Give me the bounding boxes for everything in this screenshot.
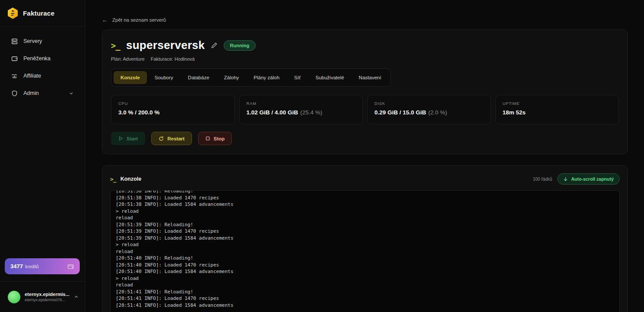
console-log-line: > reload xyxy=(116,241,614,248)
brand-logo-icon xyxy=(7,7,19,19)
plan-label: Plán: Adventure xyxy=(111,56,145,62)
stat-value: 1.02 GiB / 4.00 GiB xyxy=(247,109,298,116)
tab-subuzivatele[interactable]: Subuživatelé xyxy=(309,71,351,84)
tab-konzole[interactable]: Konzole xyxy=(114,71,147,84)
restart-label: Restart xyxy=(167,136,185,141)
credits-amount: 3477 xyxy=(10,263,23,270)
sidebar: Fakturace Servery Peněžen xyxy=(0,0,85,312)
console-log: [20:51:38 INFO]: Reloading![20:51:38 INF… xyxy=(116,190,614,309)
stop-icon xyxy=(205,136,210,141)
sidebar-nav: Servery Peněženka Affiliate xyxy=(0,26,85,108)
console-log-line: reload xyxy=(116,282,614,289)
shield-icon xyxy=(11,90,18,97)
console-log-line: [20:51:41 INFO]: Reloading! xyxy=(116,289,614,296)
chevron-down-icon xyxy=(69,91,74,96)
console-log-line: [20:51:39 INFO]: Reloading! xyxy=(116,221,614,228)
stat-value: 18m 52s xyxy=(503,109,526,116)
back-label: Zpět na seznam serverů xyxy=(112,17,166,23)
wallet-plus-icon xyxy=(67,263,74,270)
avatar xyxy=(8,291,20,303)
user-subtitle: eternyx.epidermis076... xyxy=(25,298,69,302)
server-overview-card: >_ superserversk Running Plán: Adventure… xyxy=(102,29,628,154)
back-arrow-icon: ← xyxy=(102,16,108,23)
server-name: superserversk xyxy=(126,39,205,52)
console-title: Konzole xyxy=(120,176,142,182)
servers-icon xyxy=(11,38,18,45)
status-badge: Running xyxy=(224,40,256,51)
start-label: Start xyxy=(127,136,138,141)
console-log-line: [20:51:38 INFO]: Loaded 1584 advancement… xyxy=(116,201,614,208)
console-log-line: reload xyxy=(116,248,614,255)
sidebar-item-admin[interactable]: Admin xyxy=(0,84,85,102)
play-icon xyxy=(118,136,123,141)
user-profile[interactable]: eternyx.epidermis... eternyx.epidermis07… xyxy=(0,281,85,312)
tab-nastaveni[interactable]: Nastavení xyxy=(352,71,388,84)
console-log-line: [20:51:41 INFO]: Loaded 1584 advancement… xyxy=(116,302,614,309)
stat-card-ram: RAM 1.02 GiB / 4.00 GiB(25.4 %) xyxy=(239,95,363,124)
stat-card-cpu: CPU 3.0 % / 200.0 % xyxy=(111,95,235,124)
credits-unit: kreditů xyxy=(25,264,39,269)
console-log-line: [20:51:40 INFO]: Loaded 1470 recipes xyxy=(116,262,614,269)
stat-extra: (25.4 %) xyxy=(300,109,322,116)
lines-count: 100 řádků xyxy=(533,177,552,182)
brand-header: Fakturace xyxy=(0,0,85,26)
tab-sit[interactable]: Síť xyxy=(287,71,308,84)
tab-databaze[interactable]: Databáze xyxy=(181,71,216,84)
stop-button[interactable]: Stop xyxy=(198,132,232,145)
console-log-line: [20:51:39 INFO]: Loaded 1584 advancement… xyxy=(116,235,614,242)
console-card: >_ Konzole 100 řádků Auto-scroll zapnutý… xyxy=(102,165,628,312)
console-log-line: [20:51:40 INFO]: Loaded 1584 advancement… xyxy=(116,268,614,275)
sidebar-item-label: Admin xyxy=(23,90,39,96)
stats-grid: CPU 3.0 % / 200.0 % RAM 1.02 GiB / 4.00 … xyxy=(111,95,619,124)
stat-value: 0.29 GiB / 15.0 GiB xyxy=(374,109,426,116)
edit-name-icon[interactable] xyxy=(211,42,218,49)
server-tab-bar: Konzole Soubory Databáze Zálohy Plány zá… xyxy=(111,68,391,87)
console-log-line: [20:51:41 INFO]: Loaded 1470 recipes xyxy=(116,295,614,302)
start-button[interactable]: Start xyxy=(111,132,145,145)
stat-value: 3.0 % / 200.0 % xyxy=(118,109,159,116)
sidebar-item-servery[interactable]: Servery xyxy=(0,32,85,50)
tab-zalohy[interactable]: Zálohy xyxy=(217,71,246,84)
terminal-icon: >_ xyxy=(110,176,116,182)
tab-soubory[interactable]: Soubory xyxy=(148,71,180,84)
chevron-up-icon xyxy=(74,294,79,299)
console-log-line: [20:51:40 INFO]: Reloading! xyxy=(116,255,614,262)
back-to-servers-link[interactable]: ← Zpět na seznam serverů xyxy=(102,16,166,23)
credits-badge[interactable]: 3477 kreditů xyxy=(5,258,80,274)
console-output[interactable]: [20:51:38 INFO]: Reloading![20:51:38 INF… xyxy=(110,190,620,312)
stop-label: Stop xyxy=(214,136,225,141)
brand-name: Fakturace xyxy=(23,10,55,17)
console-log-line: [20:51:38 INFO]: Reloading! xyxy=(116,190,614,195)
stat-label: DISK xyxy=(374,101,484,106)
stat-label: CPU xyxy=(118,101,228,106)
arrow-down-icon xyxy=(563,177,568,182)
sidebar-item-label: Servery xyxy=(23,38,42,44)
restart-button[interactable]: Restart xyxy=(151,132,192,145)
user-name: eternyx.epidermis... xyxy=(25,292,69,297)
autoscroll-toggle-button[interactable]: Auto-scroll zapnutý xyxy=(557,173,620,185)
main-content: ← Zpět na seznam serverů >_ superservers… xyxy=(85,0,644,312)
stat-label: RAM xyxy=(247,101,356,106)
restart-icon xyxy=(159,136,164,141)
stat-label: UPTIME xyxy=(503,101,612,106)
console-log-line: [20:51:38 INFO]: Loaded 1470 recipes xyxy=(116,195,614,202)
console-log-line: > reload xyxy=(116,275,614,282)
console-log-line: > reload xyxy=(116,208,614,215)
stat-extra: (2.0 %) xyxy=(428,109,447,116)
stat-card-disk: DISK 0.29 GiB / 15.0 GiB(2.0 %) xyxy=(367,95,491,124)
sidebar-item-affiliate[interactable]: Affiliate xyxy=(0,67,85,84)
sidebar-item-penezenka[interactable]: Peněženka xyxy=(0,50,85,67)
console-log-line: [20:51:39 INFO]: Loaded 1470 recipes xyxy=(116,228,614,235)
billing-label: Fakturace: Hodinová xyxy=(151,56,195,62)
terminal-icon: >_ xyxy=(111,41,120,50)
sidebar-item-label: Affiliate xyxy=(23,73,41,79)
wallet-icon xyxy=(11,55,18,62)
sidebar-item-label: Peněženka xyxy=(23,55,51,62)
console-log-line: reload xyxy=(116,214,614,221)
tab-plany-zaloh[interactable]: Plány záloh xyxy=(247,71,286,84)
server-actions: Start Restart Stop xyxy=(111,132,619,145)
autoscroll-label: Auto-scroll zapnutý xyxy=(571,176,614,182)
handshake-icon xyxy=(11,73,18,79)
stat-card-uptime: UPTIME 18m 52s xyxy=(495,95,619,124)
